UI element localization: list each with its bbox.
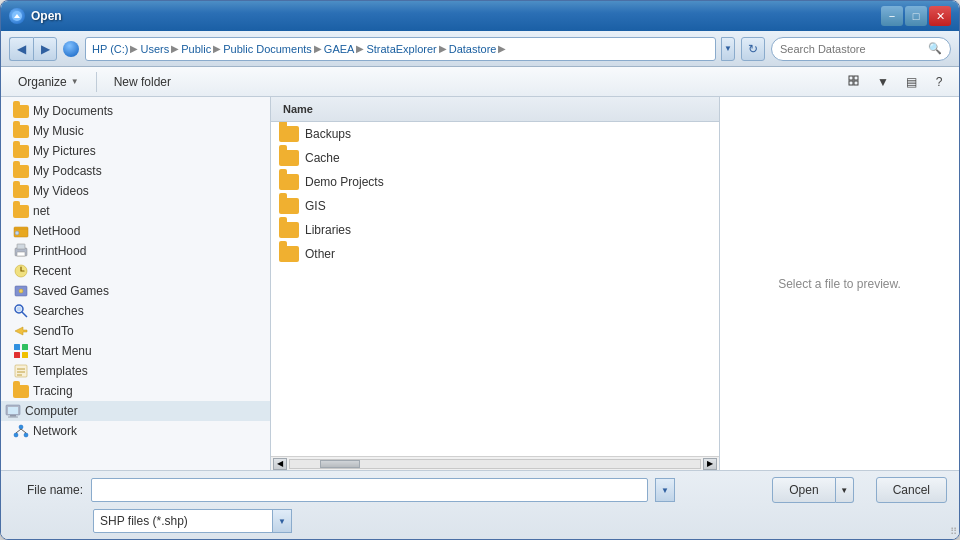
network-icon [13,423,29,439]
addressbar: ◀ ▶ HP (C:) ▶ Users ▶ Public ▶ Public Do… [1,31,959,67]
new-folder-button[interactable]: New folder [105,71,180,93]
tree-item-nethood[interactable]: NetHood [1,221,270,241]
view-toggle-button[interactable] [843,70,867,94]
scroll-thumb[interactable] [320,460,360,468]
saved-games-icon [13,283,29,299]
file-list-area[interactable]: Backups Cache Demo Projects GIS Librarie… [271,122,719,456]
list-item[interactable]: Demo Projects [271,170,719,194]
tree-item-tracing[interactable]: Tracing [1,381,270,401]
tree-item-saved-games[interactable]: Saved Games [1,281,270,301]
scroll-right-button[interactable]: ▶ [703,458,717,470]
search-input[interactable] [780,43,924,55]
folder-icon [279,222,299,238]
svg-rect-1 [849,76,853,80]
tree-item-my-podcasts[interactable]: My Podcasts [1,161,270,181]
printhood-icon [13,243,29,259]
list-item[interactable]: Cache [271,146,719,170]
tree-item-recent[interactable]: Recent [1,261,270,281]
scroll-track[interactable] [289,459,701,469]
tree-item-my-documents[interactable]: My Documents [1,101,270,121]
action-buttons: Open ▼ [772,477,853,503]
list-item[interactable]: Libraries [271,218,719,242]
list-item[interactable]: Other [271,242,719,266]
preview-pane-button[interactable]: ▤ [899,70,923,94]
nethood-icon [13,223,29,239]
tree-item-templates[interactable]: Templates [1,361,270,381]
maximize-button[interactable]: □ [905,6,927,26]
breadcrumb-item-public-documents[interactable]: Public Documents [223,43,312,55]
view-dropdown-button[interactable]: ▼ [871,70,895,94]
svg-point-29 [14,433,18,437]
folder-icon [279,150,299,166]
toolbar: Organize ▼ New folder ▼ ▤ ? [1,67,959,97]
resize-grip[interactable]: ⠿ [950,526,957,537]
help-button[interactable]: ? [927,70,951,94]
tree-item-sendto[interactable]: SendTo [1,321,270,341]
breadcrumb-item-gaea[interactable]: GAEA [324,43,355,55]
filename-dropdown[interactable]: ▼ [655,478,675,502]
folder-icon [279,198,299,214]
open-dropdown-button[interactable]: ▼ [836,477,854,503]
tree-item-printhood[interactable]: PrintHood [1,241,270,261]
folder-icon [13,125,29,138]
svg-rect-19 [22,352,28,358]
titlebar-title: Open [31,9,62,23]
breadcrumb-item-strataexplorer[interactable]: StrataExplorer [366,43,436,55]
folder-icon [279,174,299,190]
search-bar[interactable]: 🔍 [771,37,951,61]
breadcrumb: HP (C:) ▶ Users ▶ Public ▶ Public Docume… [92,43,506,55]
titlebar: Open − □ ✕ [1,1,959,31]
tree-item-start-menu[interactable]: Start Menu [1,341,270,361]
tree-item-my-videos[interactable]: My Videos [1,181,270,201]
organize-button[interactable]: Organize ▼ [9,71,88,93]
open-button[interactable]: Open [772,477,835,503]
main-content: My Documents My Music My Pictures My Pod… [1,97,959,470]
tree-item-my-music[interactable]: My Music [1,121,270,141]
file-list-header: Name [271,97,719,122]
folder-icon [13,385,29,398]
breadcrumb-dropdown[interactable]: ▼ [721,37,735,61]
svg-point-6 [15,231,19,235]
name-column-header[interactable]: Name [279,101,317,117]
tree-item-my-pictures[interactable]: My Pictures [1,141,270,161]
folder-icon [279,126,299,142]
forward-button[interactable]: ▶ [33,37,57,61]
folder-icon [13,105,29,118]
svg-rect-2 [854,76,858,80]
breadcrumb-bar[interactable]: HP (C:) ▶ Users ▶ Public ▶ Public Docume… [85,37,716,61]
computer-icon [5,403,21,419]
filetype-select[interactable]: SHP files (*.shp) [93,509,273,533]
tree-item-searches[interactable]: Searches [1,301,270,321]
filename-input[interactable] [91,478,648,502]
folder-icon [13,145,29,158]
tree-item-net[interactable]: net [1,201,270,221]
minimize-button[interactable]: − [881,6,903,26]
svg-rect-27 [8,417,18,418]
breadcrumb-item-hp[interactable]: HP (C:) [92,43,128,55]
horizontal-scrollbar[interactable]: ◀ ▶ [271,456,719,470]
filetype-dropdown[interactable]: ▼ [272,509,292,533]
svg-rect-26 [10,415,16,417]
list-item[interactable]: Backups [271,122,719,146]
breadcrumb-item-users[interactable]: Users [140,43,169,55]
templates-icon [13,363,29,379]
middle-panel: Name Backups Cache Demo Projects GIS [271,97,719,470]
svg-point-30 [24,433,28,437]
svg-rect-25 [8,407,18,414]
breadcrumb-item-datastore[interactable]: Datastore [449,43,497,55]
svg-point-12 [19,289,23,293]
list-item[interactable]: GIS [271,194,719,218]
svg-line-32 [21,429,26,433]
close-button[interactable]: ✕ [929,6,951,26]
cancel-button[interactable]: Cancel [876,477,947,503]
back-button[interactable]: ◀ [9,37,33,61]
tree-item-computer[interactable]: Computer [1,401,270,421]
breadcrumb-item-public[interactable]: Public [181,43,211,55]
toolbar-divider [96,72,97,92]
start-menu-icon [13,343,29,359]
tree-area[interactable]: My Documents My Music My Pictures My Pod… [1,97,270,470]
svg-rect-8 [17,244,25,249]
refresh-button[interactable]: ↻ [741,37,765,61]
scroll-left-button[interactable]: ◀ [273,458,287,470]
tree-item-network[interactable]: Network [1,421,270,441]
